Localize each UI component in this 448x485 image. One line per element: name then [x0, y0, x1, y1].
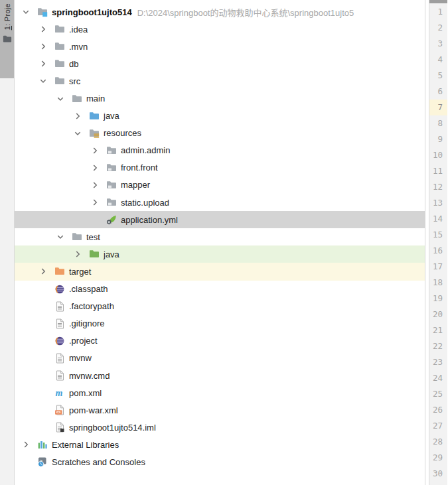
chevron-down-icon[interactable]	[20, 7, 32, 17]
chevron-right-icon[interactable]	[89, 180, 101, 190]
tree-item-mvnw-cmd[interactable]: mvnw.cmd	[15, 367, 425, 384]
gutter-line-number[interactable]: 4	[429, 52, 447, 68]
indent-spacer	[15, 271, 37, 272]
gutter-line-number[interactable]: 15	[429, 227, 447, 243]
tree-item-mvn[interactable]: .mvn	[15, 38, 425, 55]
gutter-line-number[interactable]: 6	[429, 84, 447, 100]
indent-spacer	[15, 289, 37, 289]
tree-item-classpath[interactable]: .classpath	[15, 281, 425, 298]
indent-spacer	[15, 98, 54, 99]
tree-item-label: External Libraries	[52, 440, 119, 450]
gutter-line-number[interactable]: 13	[429, 195, 447, 211]
chevron-right-icon[interactable]	[72, 111, 84, 121]
indent-spacer	[15, 12, 20, 13]
chevron-down-icon[interactable]	[54, 232, 66, 242]
tree-item-src[interactable]: src	[15, 72, 425, 90]
tree-item-main[interactable]: main	[15, 90, 425, 107]
tree-item-resources[interactable]: resources	[15, 125, 425, 142]
tree-item-label: main	[86, 94, 105, 104]
tree-item-static-upload[interactable]: static.upload	[15, 194, 425, 211]
tree-item-label: springboot1ujto514	[52, 7, 132, 17]
gutter-line-number[interactable]: 24	[429, 370, 447, 386]
chevron-right-icon[interactable]	[37, 24, 49, 35]
folder-icon	[72, 94, 82, 104]
gutter-line-number[interactable]: 22	[429, 338, 447, 354]
tree-item-mapper[interactable]: mapper	[15, 176, 425, 194]
gutter-line-number[interactable]: 25	[429, 386, 447, 402]
tree-item-pom-war-xml[interactable]: <>pom-war.xml	[15, 401, 425, 419]
tree-item-scratches-and-consoles[interactable]: >Scratches and Consoles	[15, 453, 425, 470]
gutter-line-number[interactable]: 20	[429, 307, 447, 322]
tree-item-java[interactable]: java	[15, 107, 425, 125]
gutter-line-number[interactable]: 19	[429, 291, 447, 307]
tree-item-admin-admin[interactable]: admin.admin	[15, 142, 425, 159]
folder-icon	[54, 76, 65, 86]
gutter-line-number[interactable]: 26	[429, 402, 447, 418]
tree-item-target[interactable]: target	[15, 263, 425, 280]
gutter-line-number[interactable]: 12	[429, 179, 447, 195]
indent-spacer	[15, 220, 89, 220]
gutter-line-number[interactable]: 3	[429, 36, 447, 52]
gutter-line-number[interactable]: 16	[429, 243, 447, 259]
gutter-line-number[interactable]: 7	[429, 100, 447, 115]
gutter-line-number[interactable]: 29	[429, 450, 447, 466]
project-tab-label: 1: Proje	[3, 3, 11, 30]
external-libs-icon	[37, 439, 48, 450]
tree-item-springboot1ujto514[interactable]: springboot1ujto514D:\2024\springboot的动物救…	[15, 3, 425, 21]
folder-package-icon	[106, 163, 117, 173]
folder-project-icon	[37, 7, 48, 17]
editor-gutter: 1234567891011121314151617181920212223242…	[429, 0, 447, 485]
chevron-right-icon[interactable]	[72, 249, 84, 259]
chevron-down-icon[interactable]	[72, 128, 84, 139]
tree-item-db[interactable]: db	[15, 55, 425, 72]
gutter-line-number[interactable]: 23	[429, 354, 447, 370]
project-tool-window-tab[interactable]: 1: Proje	[0, 0, 14, 78]
chevron-right-icon[interactable]	[37, 266, 49, 277]
tree-item-pom-xml[interactable]: mpom.xml	[15, 384, 425, 401]
tree-item-gitignore[interactable]: .gitignore	[15, 315, 425, 332]
tree-item-label: pom.xml	[69, 388, 102, 398]
indent-spacer	[15, 237, 54, 238]
tree-item-factorypath[interactable]: .factorypath	[15, 298, 425, 315]
chevron-down-icon[interactable]	[54, 94, 66, 104]
gutter-line-number[interactable]: 14	[429, 211, 447, 227]
chevron-right-icon[interactable]	[89, 197, 101, 208]
text-file-icon	[54, 318, 65, 329]
chevron-right-icon[interactable]	[37, 41, 49, 52]
chevron-right-icon[interactable]	[89, 145, 101, 156]
tree-item-test[interactable]: test	[15, 228, 425, 245]
tree-item-external-libraries[interactable]: External Libraries	[15, 436, 425, 453]
gutter-line-number[interactable]: 30	[429, 466, 447, 482]
tree-item-springboot1ujto514-iml[interactable]: springboot1ujto514.iml	[15, 419, 425, 436]
gutter-line-number[interactable]: 27	[429, 418, 447, 434]
chevron-right-icon[interactable]	[20, 439, 32, 450]
gutter-line-number[interactable]: 5	[429, 68, 447, 84]
tree-item-mvnw[interactable]: mvnw	[15, 350, 425, 367]
gutter-line-number[interactable]: 17	[429, 259, 447, 275]
chevron-right-icon[interactable]	[37, 58, 49, 69]
indent-spacer	[15, 202, 89, 203]
gutter-line-number[interactable]: 9	[429, 131, 447, 147]
gutter-line-number[interactable]: 21	[429, 322, 447, 338]
chevron-down-icon[interactable]	[37, 76, 49, 86]
gutter-line-number[interactable]: 11	[429, 163, 447, 179]
gutter-line-number[interactable]: 8	[429, 115, 447, 131]
folder-icon	[54, 41, 65, 52]
tree-item-java[interactable]: java	[15, 245, 425, 263]
gutter-line-number[interactable]: 18	[429, 275, 447, 291]
gutter-line-number[interactable]: 2	[429, 20, 447, 36]
tree-item-front-front[interactable]: front.front	[15, 159, 425, 176]
tree-item-project[interactable]: .project	[15, 332, 425, 350]
gutter-line-number[interactable]: 31	[429, 482, 447, 485]
gutter-line-number[interactable]: 28	[429, 434, 447, 450]
chevron-placeholder	[37, 336, 49, 346]
maven-icon: m	[54, 387, 65, 398]
gutter-line-number[interactable]: 1	[429, 4, 447, 20]
tree-item-label: .mvn	[69, 42, 88, 52]
gutter-line-number[interactable]: 10	[429, 147, 447, 163]
chevron-right-icon[interactable]	[89, 163, 101, 173]
tree-item-label: java	[104, 111, 119, 121]
tree-item-application-yml[interactable]: application.yml	[15, 211, 425, 228]
tree-item-idea[interactable]: .idea	[15, 21, 425, 38]
tree-item-label: mvnw	[69, 353, 92, 363]
